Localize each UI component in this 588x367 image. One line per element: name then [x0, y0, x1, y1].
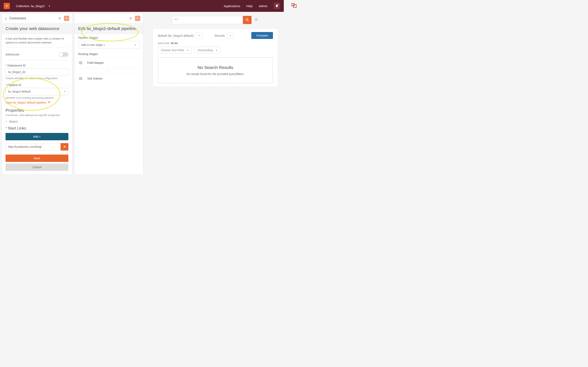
back-chevron-icon[interactable]: ❮	[5, 17, 7, 20]
close-icon[interactable]: ✕	[128, 16, 133, 21]
cancel-button[interactable]: Cancel	[6, 164, 68, 171]
breadcrumb: Connectors	[9, 17, 26, 20]
notification-dot-icon	[277, 4, 279, 5]
add-pipeline-button[interactable]: +	[135, 16, 140, 21]
no-results-subtitle: No results found for the provided query/…	[162, 72, 268, 76]
external-link-icon	[47, 101, 50, 104]
header-nav: Applications Help Admin	[224, 3, 280, 9]
pipeline-id-select[interactable]: lw_blogs2-default ▼	[6, 88, 68, 95]
toggle-knob	[58, 52, 63, 57]
datasource-id-hint: Unique identifier of a datasource config…	[6, 77, 68, 80]
search-box	[172, 16, 251, 24]
required-star-icon: *	[6, 64, 7, 67]
compare-button[interactable]: Compare	[251, 32, 273, 39]
chevron-down-icon: ▼	[216, 49, 218, 51]
results-dropdown[interactable]: ▼	[227, 32, 233, 39]
stage-name: Solr Indexer	[87, 77, 103, 80]
basics-label: Basics	[9, 120, 18, 123]
stage-name: Field Mapper	[87, 61, 104, 64]
panel-header: ❮ Connectors ✕ +	[2, 14, 72, 23]
pipeline-dropdown[interactable]: ▼	[196, 32, 202, 39]
collection-label: Collection: lw_blogs2	[16, 4, 45, 8]
no-results-box: No Search Results No results found for t…	[158, 57, 273, 83]
search-button[interactable]	[243, 16, 251, 24]
chevron-down-icon: ▼	[134, 44, 136, 46]
collection-selector[interactable]: Collection: lw_blogs2 ▼	[16, 4, 51, 8]
properties-heading: Properties	[6, 108, 68, 113]
datasource-id-label: Datasource ID	[7, 64, 26, 67]
app-header: + Collection: lw_blogs2 ▼ Applications H…	[0, 0, 284, 12]
drag-handle-icon[interactable]	[79, 62, 82, 64]
pipeline-id-hint: Identifier of an existing processing pip…	[6, 96, 68, 99]
existing-stages-label: Existing Stages	[78, 52, 139, 56]
datasource-id-input[interactable]	[6, 68, 68, 76]
connectors-panel: ❮ Connectors ✕ + Create your web datasou…	[2, 13, 72, 175]
nav-admin[interactable]: Admin	[259, 4, 268, 8]
stage-item[interactable]: Solr Indexer	[78, 73, 139, 84]
gear-icon[interactable]	[254, 18, 258, 22]
properties-desc: Connector- and datasource-specific prope…	[6, 114, 68, 117]
connector-form: A fast and flexible web crawler with a n…	[2, 34, 72, 175]
sort-direction-select[interactable]: Descending ▼	[195, 47, 221, 54]
start-links-label: Start Links	[8, 126, 26, 131]
basics-collapse[interactable]: ▼ Basics	[6, 120, 68, 123]
save-button[interactable]: Save	[6, 155, 68, 162]
nav-applications[interactable]: Applications	[224, 4, 240, 8]
search-icon	[245, 18, 249, 22]
add-stage-select[interactable]: Add a new stage + ▼	[78, 41, 139, 49]
notification-button[interactable]	[274, 3, 280, 9]
chevron-down-icon: ▼	[48, 5, 51, 7]
query-time: query-time: 16 ms	[158, 42, 273, 45]
default-pipeline-label: default (lw_blogs2-default)	[158, 34, 194, 37]
pipeline-id-value: lw_blogs2-default	[8, 90, 30, 93]
panel-header: ✕ +	[75, 14, 143, 23]
search-input[interactable]	[172, 16, 243, 24]
datasource-description: A fast and flexible web crawler with a n…	[6, 37, 68, 48]
advanced-toggle[interactable]	[59, 52, 68, 57]
chevron-down-icon: ▼	[187, 49, 189, 51]
results-area: default (lw_blogs2-default) ▼ Results ▼ …	[145, 13, 282, 175]
results-card: default (lw_blogs2-default) ▼ Results ▼ …	[153, 29, 278, 87]
open-pipeline-link[interactable]: Open lw_blogs2-default pipeline	[6, 101, 50, 104]
triangle-down-icon: ▼	[6, 120, 7, 123]
results-label: Results	[215, 34, 225, 37]
sort-field-select[interactable]: Choose Sort Field ▼	[158, 47, 192, 54]
advanced-label: Advanced	[6, 53, 19, 56]
pipeline-stages-label: Pipeline Stages	[78, 36, 139, 39]
drag-handle-icon[interactable]	[79, 77, 82, 80]
remove-link-button[interactable]: ✕	[61, 143, 68, 150]
stage-dots-icon: ⋮	[78, 68, 139, 73]
stage-item[interactable]: Field Mapper	[78, 57, 139, 68]
no-results-title: No Search Results	[162, 65, 268, 70]
pipeline-id-label: Pipeline ID	[7, 83, 21, 87]
svg-point-0	[246, 18, 248, 21]
svg-point-2	[256, 19, 257, 20]
nav-help[interactable]: Help	[246, 4, 253, 8]
start-link-input[interactable]	[6, 143, 61, 150]
required-star-icon: *	[6, 83, 7, 87]
required-star-icon: *	[6, 126, 7, 131]
close-icon[interactable]: ✕	[57, 16, 62, 21]
pipeline-title: Edit lw_blogs2-default pipeline	[75, 23, 143, 34]
add-start-link-button[interactable]: Add +	[6, 133, 68, 140]
svg-line-1	[248, 20, 249, 21]
add-connector-button[interactable]: +	[64, 16, 69, 21]
chevron-down-icon: ▼	[64, 90, 66, 92]
pipeline-panel: ✕ + Edit lw_blogs2-default pipeline Pipe…	[74, 13, 143, 175]
global-add-button[interactable]: +	[4, 3, 10, 9]
workspace: ❮ Connectors ✕ + Create your web datasou…	[0, 12, 284, 176]
page-title: Create your web datasource	[2, 23, 72, 34]
